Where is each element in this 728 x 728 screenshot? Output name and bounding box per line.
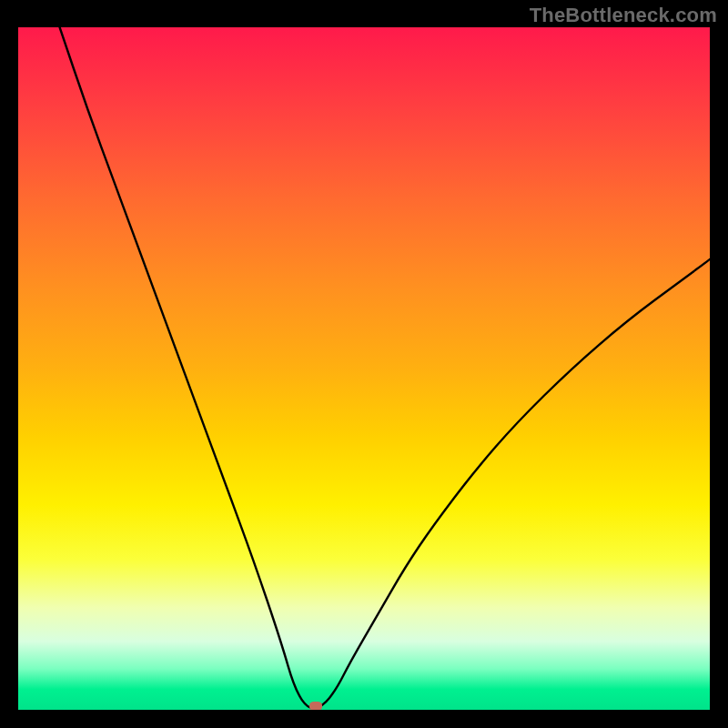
- plot-area: [18, 27, 710, 710]
- optimal-marker: [309, 702, 322, 710]
- chart-frame: TheBottleneck.com: [0, 0, 728, 728]
- curve-layer: [18, 27, 710, 710]
- bottleneck-curve: [60, 27, 710, 708]
- watermark-text: TheBottleneck.com: [530, 4, 717, 27]
